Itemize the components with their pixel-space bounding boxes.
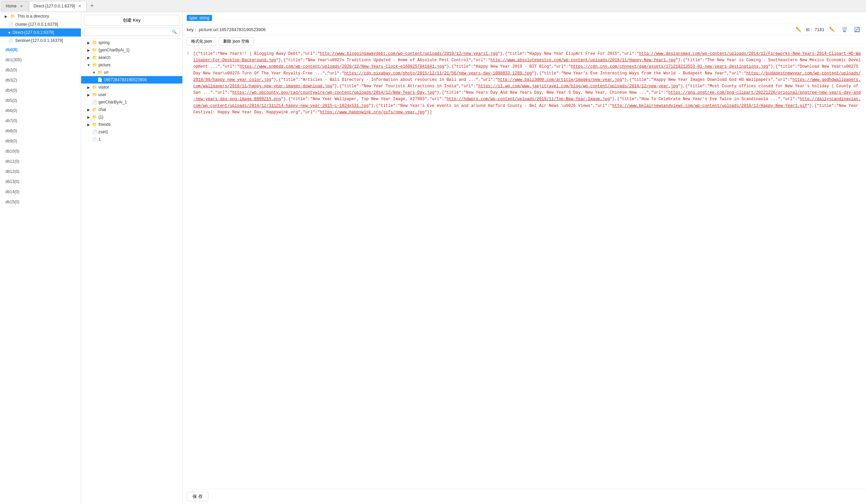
spring-folder-icon: 📁: [92, 40, 97, 45]
genchar-arrow: ▶: [87, 48, 91, 52]
key-tree: ▶ 📁 spring ▶ 📁 {genCharByAi_1} ▶ 📁 searc…: [81, 39, 182, 504]
tree-item-genchar-file[interactable]: 📄 genCharByAi_1: [81, 99, 182, 106]
delete-key-button[interactable]: 🗑️: [840, 26, 850, 33]
tree-item-visitor[interactable]: ▶ 📁 visitor: [81, 83, 182, 91]
tree-item-friends[interactable]: ▶ 📁 friends: [81, 121, 182, 128]
friends-folder-icon: 📁: [92, 122, 97, 127]
type-badge-row: type: string: [183, 12, 866, 24]
tab-add-button[interactable]: +: [87, 1, 97, 11]
tab-home[interactable]: Home ✕: [1, 1, 29, 11]
genchar-folder-icon: 📁: [92, 48, 97, 53]
tree-item-chat[interactable]: ▶ 📁 chat: [81, 106, 182, 113]
tree-item-1-file[interactable]: 📄 1: [81, 136, 182, 143]
search-tree-arrow: ▶: [87, 55, 91, 59]
tree-item-spring[interactable]: ▶ 📁 spring: [81, 39, 182, 46]
chat-arrow: ▶: [87, 108, 91, 112]
db-item-db14[interactable]: db14(0): [0, 187, 81, 197]
tree-label-user: user: [98, 92, 106, 97]
tree-item-file-key[interactable]: 📄 1657284783190523906: [81, 76, 182, 83]
sidebar-item-directory-label: This is a directory: [17, 14, 49, 19]
tab-bar: Home ✕ Direct-[127.0.0.1:6379] ✕ +: [0, 0, 866, 12]
db-item-db8[interactable]: db8(0): [0, 126, 81, 136]
db-item-db15[interactable]: db15(0): [0, 197, 81, 207]
value-editor[interactable]: 1 [{"title":"New Years!! | Blogging Away…: [183, 48, 866, 489]
tab-direct[interactable]: Direct-[127.0.0.1:6379] ✕: [29, 1, 87, 11]
picture-folder-icon: 📁: [92, 63, 97, 67]
key-panel: 创建 Key 🔍 ▶ 📁 spring ▶ 📁 {genCharByAi_1: [81, 12, 183, 504]
format-json-button[interactable]: 格式化 json: [187, 37, 216, 46]
zset1-file-icon: 📄: [92, 130, 97, 134]
key-row: key : picture:url:1657284783190523906 ✏️…: [183, 24, 866, 35]
type-badge: type: string: [187, 15, 212, 21]
key-search-input[interactable]: [84, 28, 180, 36]
tree-label-1: {1}: [98, 115, 103, 120]
save-button[interactable]: 保 存: [187, 492, 208, 501]
tree-item-url[interactable]: ▼ 📁 url: [81, 69, 182, 76]
friends-arrow: ▶: [87, 122, 91, 126]
sidebar-item-direct[interactable]: ● Direct-[127.0.0.1:6379]: [0, 29, 81, 36]
db-item-db10[interactable]: db10(0): [0, 146, 81, 156]
key-panel-header: 创建 Key 🔍: [81, 12, 182, 39]
db-item-db12[interactable]: db12(0): [0, 166, 81, 177]
tree-item-picture[interactable]: ▼ 📁 picture: [81, 61, 182, 69]
tree-label-1-file: 1: [98, 137, 101, 142]
refresh-key-button[interactable]: 🔄: [852, 26, 862, 33]
key-label: key :: [187, 27, 196, 32]
db-item-db5[interactable]: db5(0): [0, 96, 81, 105]
search-input-wrap: 🔍: [84, 28, 180, 36]
tab-direct-label: Direct-[127.0.0.1:6379]: [33, 4, 75, 9]
delete-json-spaces-button[interactable]: 删除 json 空格: [219, 37, 254, 46]
db-item-db13[interactable]: db13(0): [0, 177, 81, 187]
db-item-db0[interactable]: db0(8): [0, 45, 81, 55]
1-arrow: ▶: [87, 115, 91, 119]
tree-item-user[interactable]: ▶ 📁 user: [81, 91, 182, 99]
tree-item-1[interactable]: ▶ 📁 {1}: [81, 113, 182, 121]
1-folder-icon: 📁: [92, 115, 97, 120]
cluster-icon: 📄: [8, 22, 13, 27]
sidebar-item-sentinel[interactable]: 📄 Sentinel-[127.0.0.1:16379]: [0, 36, 81, 45]
sidebar-item-cluster-label: cluster-[127.0.0.1:6379]: [15, 22, 58, 27]
tree-label-search: search: [98, 55, 111, 60]
db-item-db7[interactable]: db7(0): [0, 116, 81, 126]
create-key-button[interactable]: 创建 Key: [84, 15, 180, 26]
editor-line: 1 [{"title":"New Years!! | Blogging Away…: [187, 51, 862, 116]
tree-label-chat: chat: [98, 107, 106, 112]
sidebar: ▶ 📁 This is a directory 📄 cluster-[127.0…: [0, 12, 81, 504]
key-value: picture:url:1657284783190523906: [199, 27, 790, 32]
value-toolbar: 格式化 json 删除 json 空格: [183, 35, 866, 48]
sidebar-item-sentinel-label: Sentinel-[127.0.0.1:16379]: [15, 38, 63, 43]
db-item-db6[interactable]: db6(0): [0, 105, 81, 116]
picture-arrow: ▼: [87, 63, 91, 67]
tree-label-genchar: {genCharByAi_1}: [98, 48, 130, 53]
user-arrow: ▶: [87, 93, 91, 97]
db-item-db3[interactable]: db3(2): [0, 75, 81, 85]
tree-label-spring: spring: [98, 40, 110, 45]
tab-direct-close[interactable]: ✕: [77, 3, 82, 9]
db-item-db2[interactable]: db2(0): [0, 65, 81, 75]
db-item-db11[interactable]: db11(0): [0, 156, 81, 166]
tree-item-zset1[interactable]: 📄 zset1: [81, 128, 182, 136]
sidebar-item-cluster[interactable]: 📄 cluster-[127.0.0.1:6379]: [0, 20, 81, 29]
tree-label-visitor: visitor: [98, 85, 109, 90]
json-content: [{"title":"New Years!! | Blogging Away D…: [193, 51, 862, 116]
1-file-icon: 📄: [92, 137, 97, 142]
url-folder-icon: 📁: [98, 70, 102, 75]
sentinel-icon: 📄: [8, 38, 13, 43]
tree-item-search[interactable]: ▶ 📁 search: [81, 54, 182, 61]
app-container: Home ✕ Direct-[127.0.0.1:6379] ✕ + ▶ 📁 T…: [0, 0, 866, 504]
db-item-db9[interactable]: db9(0): [0, 136, 81, 146]
tab-home-close[interactable]: ✕: [19, 3, 24, 9]
db-item-db4[interactable]: db4(0): [0, 85, 81, 96]
spring-arrow: ▶: [87, 41, 91, 45]
sidebar-item-direct-label: Direct-[127.0.0.1:6379]: [12, 30, 54, 35]
chat-folder-icon: 📁: [92, 107, 97, 112]
tree-label-genchar-file: genCharByAi_1: [98, 100, 127, 104]
edit-ttl-button[interactable]: ✏️: [827, 26, 837, 33]
url-arrow: ▼: [92, 70, 96, 75]
edit-key-button[interactable]: ✏️: [793, 26, 803, 33]
sidebar-item-directory[interactable]: ▶ 📁 This is a directory: [0, 12, 81, 20]
tree-item-genchar[interactable]: ▶ 📁 {genCharByAi_1}: [81, 46, 182, 54]
line-number: 1: [187, 51, 189, 55]
db-item-db1[interactable]: db1(305): [0, 55, 81, 65]
directory-icon: 📁: [10, 14, 15, 19]
